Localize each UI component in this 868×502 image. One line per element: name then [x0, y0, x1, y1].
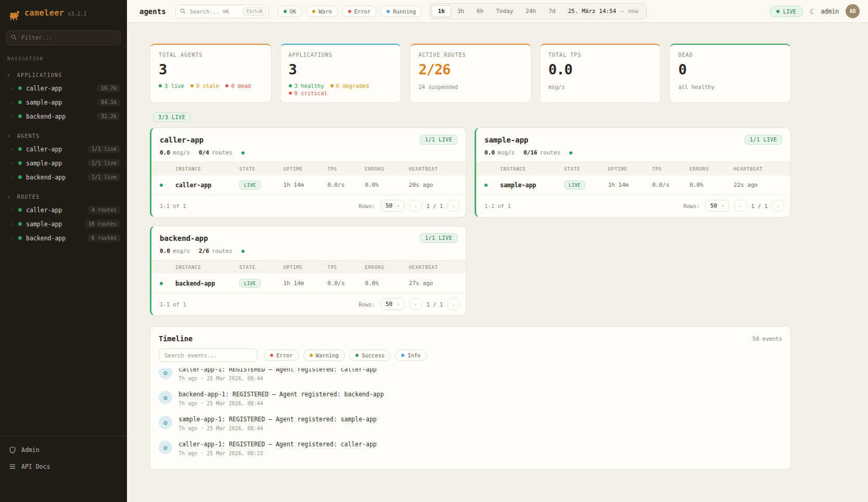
timeline-chip-success[interactable]: Success [349, 350, 391, 361]
filter-chip-ok[interactable]: OK [277, 6, 303, 17]
sidebar-item-label: backend-app [26, 113, 66, 120]
timeline-chip-error[interactable]: Error [264, 350, 299, 361]
rows-value: 50 [710, 202, 717, 209]
status-dot [18, 147, 22, 151]
status-dot [484, 184, 488, 187]
column-header: TPS [652, 166, 690, 172]
page-indicator: 1 / 1 [751, 203, 768, 209]
sidebar-filter-input[interactable] [6, 30, 121, 45]
sidebar-item-badge: 4 routes [87, 206, 121, 214]
filter-chip-warn[interactable]: Warn [306, 6, 338, 17]
column-header: STATE [239, 166, 284, 172]
dark-mode-toggle-moon-icon[interactable]: ☾ [810, 7, 814, 16]
range-button-1h[interactable]: 1h [431, 5, 451, 17]
sidebar-item-applications-backend-app[interactable]: › backend-app 32.2k [0, 109, 127, 123]
sidebar-item-routes-caller-app[interactable]: › caller-app 4 routes [0, 203, 127, 217]
stat-card-total-agents: TOTAL AGENTS 3 3 live 0 stale 0 dead [150, 44, 272, 103]
event-text: caller-app-1: REGISTERED — Agent registe… [178, 441, 377, 448]
range-button-24h[interactable]: 24h [519, 5, 542, 17]
search-shortcut-kbd: Ctrl+K [243, 7, 266, 16]
sidebar-item-agents-sample-app[interactable]: › sample-app 1/1 live [0, 156, 127, 170]
stat-detail: 0 degraded [336, 83, 369, 89]
section-title: APPLICATIONS [17, 72, 62, 78]
chevron-down-icon: ▾ [397, 302, 399, 306]
app-routes-value: 2/6 [199, 248, 209, 254]
sidebar-item-label: caller-app [26, 146, 62, 153]
app-live-badge: 1/1 LIVE [420, 233, 457, 243]
sidebar-item-label: sample-app [26, 99, 62, 106]
filter-chip-error[interactable]: Error [342, 6, 377, 17]
sidebar-item-api-docs[interactable]: API Docs [0, 458, 127, 475]
chevron-right-icon: › [11, 235, 14, 241]
agent-gear-icon: ⚙ [159, 391, 172, 404]
filter-chip-running[interactable]: Running [380, 6, 422, 17]
timeline-card: Timeline 50 events Error Warning Success… [150, 326, 791, 470]
section-header-routes[interactable]: ▾ ROUTES [0, 192, 127, 203]
chevron-down-icon: ▾ [7, 195, 10, 199]
info-dot [401, 354, 404, 357]
rows-label: Rows: [359, 203, 375, 209]
sidebar-item-admin[interactable]: Admin [0, 442, 127, 458]
timeline-event-list[interactable]: ⚙ caller-app-1: REGISTERED — Agent regis… [150, 368, 790, 469]
app-tps-value: 0.0 [160, 149, 170, 156]
prev-page-button[interactable]: ‹ [734, 200, 746, 212]
column-header: TPS [327, 265, 365, 270]
status-dot [160, 184, 163, 187]
stat-subtitle: msg/s [548, 84, 653, 90]
sidebar-item-applications-caller-app[interactable]: › caller-app 10.7k [0, 81, 127, 95]
range-button-3h[interactable]: 3h [451, 5, 470, 17]
rows-per-page-select[interactable]: 50 ▾ [705, 200, 729, 212]
avatar[interactable]: AD [846, 4, 860, 18]
running-dot [387, 10, 390, 13]
sidebar-item-routes-sample-app[interactable]: › sample-app 16 routes [0, 217, 127, 231]
section-header-agents[interactable]: ▾ AGENTS [0, 132, 127, 142]
next-page-button[interactable]: › [772, 200, 784, 212]
live-toggle[interactable]: LIVE [770, 6, 803, 17]
stat-label: DEAD [678, 52, 782, 58]
column-header: UPTIME [608, 166, 652, 172]
stat-label: TOTAL AGENTS [159, 52, 263, 58]
timeline-chip-info[interactable]: Info [395, 350, 427, 361]
range-button-7d[interactable]: 7d [542, 5, 561, 17]
stat-value: 2/26 [418, 61, 522, 78]
sidebar-item-badge: 10.7k [97, 84, 121, 92]
status-dot [18, 236, 22, 240]
sidebar-item-label: caller-app [26, 207, 62, 214]
sidebar-item-label: backend-app [26, 235, 66, 242]
instance-row[interactable]: caller-app LIVE 1h 14m 0.0/s 0.0% 20s ag… [151, 175, 466, 195]
sidebar-item-agents-caller-app[interactable]: › caller-app 1/1 live [0, 142, 127, 156]
app-card-sample-app: sample-app 1/1 LIVE 0.0 msg/s 0/16 route… [475, 127, 791, 217]
shield-icon [9, 446, 16, 454]
instance-row[interactable]: backend-app LIVE 1h 14m 0.0/s 0.0% 27s a… [151, 274, 466, 293]
page-indicator: 1 / 1 [426, 203, 443, 209]
live-dot [776, 10, 780, 13]
uptime-cell: 1h 14m [283, 182, 327, 188]
column-header: ERRORS [690, 166, 734, 172]
sidebar-item-routes-backend-app[interactable]: › backend-app 6 routes [0, 231, 127, 245]
healthy-dot [289, 84, 292, 87]
app-routes-value: 0/16 [524, 149, 538, 156]
next-page-button[interactable]: › [448, 200, 459, 212]
error-dot [270, 354, 273, 357]
sidebar-item-applications-sample-app[interactable]: › sample-app 84.1k [0, 95, 127, 109]
next-page-button[interactable]: › [448, 298, 459, 310]
chip-label: Running [393, 8, 416, 15]
timeline-search-input[interactable] [159, 349, 258, 362]
date-range-display[interactable]: 25. März 14:54 — now [561, 8, 644, 15]
sidebar-item-agents-backend-app[interactable]: › backend-app 1/1 live [0, 170, 127, 184]
chevron-down-icon: ▾ [7, 73, 10, 78]
app-card-title: backend-app [160, 234, 208, 242]
range-button-6h[interactable]: 6h [470, 5, 490, 17]
instance-row[interactable]: sample-app LIVE 1h 14m 0.0/s 0.0% 22s ag… [476, 175, 790, 195]
prev-page-button[interactable]: ‹ [410, 200, 422, 212]
sidebar-item-badge: 32.2k [97, 112, 121, 120]
rows-per-page-select[interactable]: 50 ▾ [380, 200, 404, 212]
timeline-chip-warning[interactable]: Warning [303, 350, 345, 361]
state-badge: LIVE [564, 181, 585, 189]
sidebar-item-badge: 16 routes [84, 220, 121, 228]
column-header: INSTANCE [500, 166, 564, 172]
prev-page-button[interactable]: ‹ [410, 298, 422, 310]
section-header-applications[interactable]: ▾ APPLICATIONS [0, 71, 127, 81]
range-button-today[interactable]: Today [490, 5, 519, 17]
rows-per-page-select[interactable]: 50 ▾ [380, 298, 404, 310]
